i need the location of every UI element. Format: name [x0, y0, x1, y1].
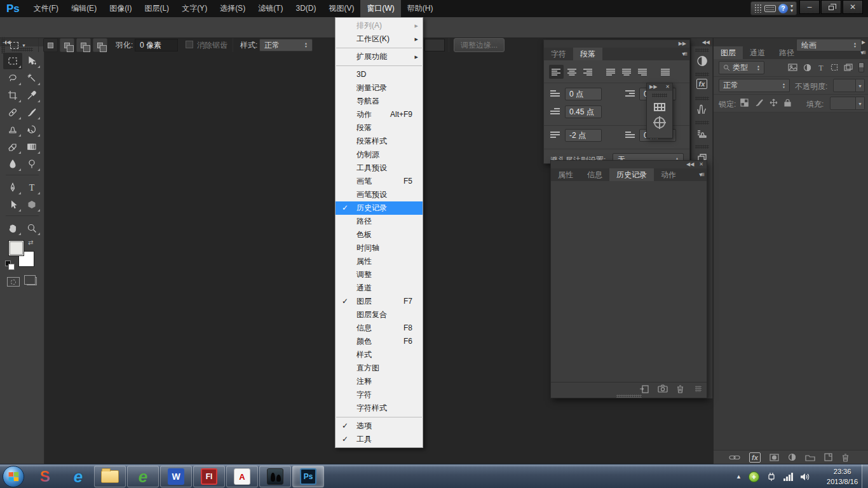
antivirus-tray-icon[interactable]: + [749, 471, 759, 482]
menu-item-options[interactable]: 选项 [336, 419, 423, 433]
close-panel-icon[interactable]: ✕ [699, 161, 703, 168]
align-center-button[interactable] [565, 65, 580, 79]
filter-adjustment-layers-icon[interactable] [803, 64, 811, 72]
language-bar-options-icon[interactable]: ▾▾ [790, 4, 793, 13]
menu-item-tools[interactable]: 工具 [336, 433, 423, 446]
delete-layer-icon[interactable] [841, 453, 850, 462]
new-document-from-state-icon[interactable] [639, 384, 649, 393]
align-left-button[interactable] [549, 65, 564, 79]
close-button[interactable]: ✕ [843, 0, 863, 14]
add-to-selection-button[interactable] [60, 38, 74, 52]
menu-item-extensions[interactable]: 扩展功能 [336, 50, 423, 64]
history-list[interactable] [551, 181, 707, 382]
help-icon[interactable]: ? [778, 4, 788, 13]
height-input[interactable] [424, 39, 445, 51]
volume-icon[interactable] [800, 472, 811, 482]
menu-item-tool-presets[interactable]: 工具预设 [336, 161, 423, 175]
tab-actions[interactable]: 动作 [654, 168, 683, 181]
show-hidden-icons[interactable]: ▲ [736, 473, 742, 480]
justify-last-right-button[interactable] [635, 65, 650, 79]
close-panel-icon[interactable]: ✕ [665, 83, 670, 91]
opacity-input[interactable] [833, 79, 856, 92]
tool-type[interactable]: T [22, 179, 41, 196]
menu-help[interactable]: 帮助(H) [401, 0, 440, 17]
layer-style-icon[interactable]: fx [749, 452, 761, 463]
link-layers-icon[interactable] [729, 454, 740, 461]
collapse-panel-icon[interactable]: ▶▶ [649, 83, 657, 91]
tool-dodge[interactable] [22, 156, 41, 172]
menu-item-clone-source[interactable]: 仿制源 [336, 148, 423, 161]
menu-edit[interactable]: 编辑(E) [65, 0, 103, 17]
new-layer-icon[interactable] [824, 453, 832, 461]
menu-item-layer-comps[interactable]: 图层复合 [336, 308, 423, 322]
adjustments-panel-icon[interactable] [691, 46, 712, 71]
quick-mask-button[interactable] [7, 277, 20, 287]
tool-blur[interactable] [3, 156, 22, 172]
justify-last-center-button[interactable] [620, 65, 634, 79]
menu-item-color[interactable]: 颜色F6 [336, 335, 423, 348]
clone-source-panel-icon[interactable] [691, 119, 712, 143]
subtract-from-selection-button[interactable] [76, 38, 91, 52]
menu-item-history[interactable]: 历史记录 [336, 201, 423, 215]
add-layer-mask-icon[interactable] [770, 454, 779, 461]
menu-item-paths[interactable]: 路径 [336, 215, 423, 228]
workspace-select[interactable]: 绘画 ▲▼ [796, 39, 862, 51]
menu-item-arrange[interactable]: 排列(A) [336, 19, 423, 32]
foreground-color-swatch[interactable] [8, 240, 24, 256]
tool-preset-picker[interactable]: ▼ [10, 39, 36, 51]
new-adjustment-layer-icon[interactable] [788, 453, 796, 461]
menu-item-character[interactable]: 字符 [336, 388, 423, 402]
new-snapshot-icon[interactable] [658, 384, 668, 393]
taskbar-clock[interactable]: 23:36 2013/8/16 [827, 466, 858, 487]
tool-magic-wand[interactable] [22, 70, 41, 86]
character-styles-panel-icon[interactable] [654, 103, 665, 111]
tool-lasso[interactable] [3, 70, 22, 86]
tab-info[interactable]: 信息 [580, 168, 609, 181]
menu-image[interactable]: 图像(I) [103, 0, 138, 17]
menu-item-paragraph-styles[interactable]: 段落样式 [336, 135, 423, 148]
delete-state-icon[interactable] [676, 384, 684, 393]
menu-item-brush[interactable]: 画笔F5 [336, 175, 423, 188]
align-right-button[interactable] [581, 65, 595, 79]
taskbar-flash[interactable]: Fl [193, 466, 225, 487]
blend-mode-select[interactable]: 正常 ▲▼ [719, 79, 790, 92]
layer-filter-toggle[interactable] [858, 62, 864, 72]
menu-view[interactable]: 视图(V) [322, 0, 360, 17]
collapse-panel-icon[interactable]: ◀◀ [686, 161, 694, 168]
lock-transparency-icon[interactable] [740, 98, 749, 107]
tool-pen[interactable] [3, 179, 22, 196]
language-bar-grip[interactable] [754, 4, 762, 13]
network-signal-icon[interactable] [783, 473, 793, 481]
tab-properties[interactable]: 属性 [551, 168, 580, 181]
panel-menu-icon[interactable]: ▾≡ [699, 171, 703, 178]
tab-channels[interactable]: 通道 [743, 46, 772, 59]
refine-edge-button[interactable]: 调整边缘... [454, 38, 505, 52]
tool-history-brush[interactable] [22, 121, 41, 138]
collapse-panel-icon[interactable]: ▶▶ [544, 40, 689, 48]
start-button[interactable] [3, 466, 24, 487]
power-plug-icon[interactable] [766, 471, 776, 482]
new-group-icon[interactable] [805, 454, 815, 461]
left-indent-input[interactable]: 0 点 [565, 88, 602, 100]
menu-item-paragraph[interactable]: 段落 [336, 121, 423, 135]
screen-mode-button[interactable] [27, 277, 37, 285]
tool-clone-stamp[interactable] [3, 121, 22, 138]
new-selection-button[interactable] [43, 38, 58, 52]
taskbar-green-browser[interactable]: e [127, 466, 159, 487]
menu-item-histogram[interactable]: 直方图 [336, 362, 423, 375]
lock-position-icon[interactable] [770, 98, 778, 107]
options-bar-grip[interactable] [1, 37, 5, 53]
tool-eyedropper[interactable] [22, 87, 41, 104]
tool-eraser[interactable] [3, 139, 22, 155]
menu-item-info[interactable]: 信息F8 [336, 322, 423, 335]
menu-item-styles[interactable]: 样式 [336, 348, 423, 362]
lock-all-icon[interactable] [784, 98, 791, 107]
menu-item-measurement-log[interactable]: 测量记录 [336, 81, 423, 95]
styles-panel-icon[interactable]: fx [691, 71, 712, 95]
fill-input[interactable] [830, 97, 856, 110]
tool-move[interactable] [22, 53, 41, 69]
menu-item-character-styles[interactable]: 字符样式 [336, 402, 423, 415]
show-desktop-button[interactable] [862, 464, 868, 488]
navigator-panel-icon[interactable] [654, 117, 665, 128]
tab-paragraph[interactable]: 段落 [573, 48, 602, 60]
